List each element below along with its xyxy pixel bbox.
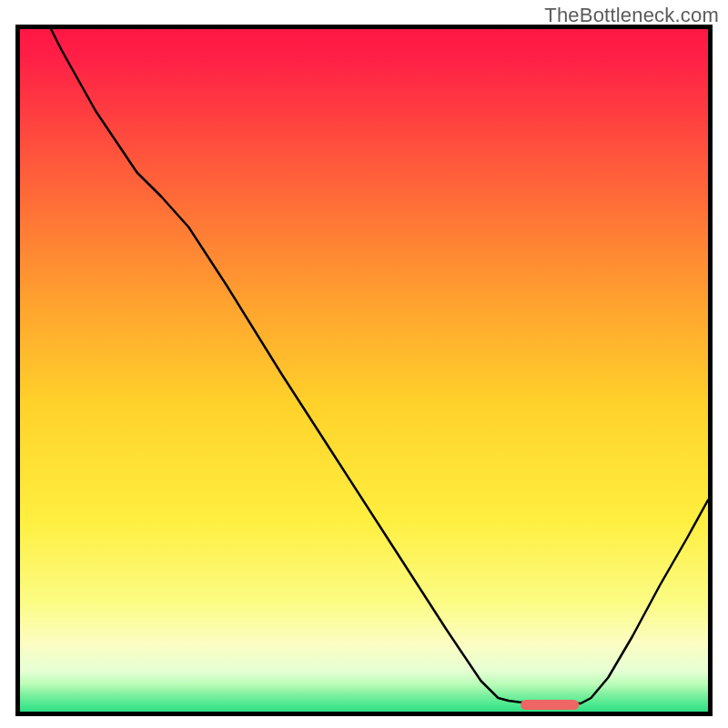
watermark-text: TheBottleneck.com (544, 4, 719, 27)
bottleneck-chart (0, 0, 728, 728)
chart-container: TheBottleneck.com (0, 0, 728, 728)
gradient-background (20, 29, 708, 712)
